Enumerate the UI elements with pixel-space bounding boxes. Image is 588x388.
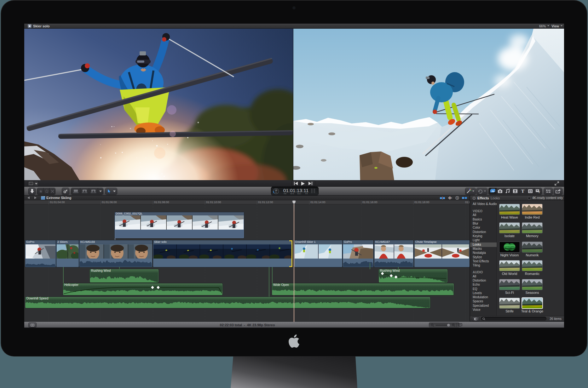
svg-text:S: S [456, 197, 458, 199]
svg-text:T: T [538, 191, 540, 194]
svg-text:%: % [275, 191, 277, 193]
svg-text:2: 2 [530, 190, 531, 192]
svg-text:T: T [521, 189, 524, 194]
svg-text:25: 25 [275, 189, 277, 191]
